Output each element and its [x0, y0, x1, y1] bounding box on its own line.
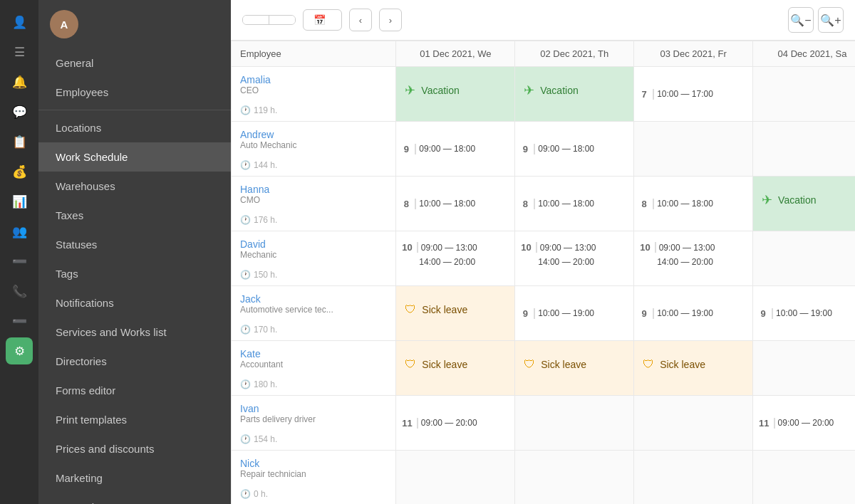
clock-icon: 🕐	[240, 270, 251, 280]
nav-icon-phone[interactable]: 📞	[6, 278, 33, 305]
employee-name[interactable]: Kate	[240, 348, 387, 359]
sidebar-item-warehouses[interactable]: Warehouses	[38, 172, 231, 201]
sidebar-item-employees[interactable]: Employees	[38, 78, 231, 107]
nav-icon-minus2[interactable]: ➖	[6, 308, 33, 335]
nav-icon-minus[interactable]: ➖	[6, 248, 33, 275]
nav-icon-filter[interactable]: ☰	[6, 38, 33, 65]
sick-icon: 🛡	[524, 358, 535, 371]
shift-time: 10:00 — 18:00	[657, 197, 713, 210]
sidebar-item-notifications[interactable]: Notifications	[38, 288, 231, 317]
day-cell[interactable]: ✈Vacation	[515, 67, 634, 122]
month-button[interactable]	[269, 16, 295, 24]
day-cell[interactable]: 910:00 — 19:00	[515, 286, 634, 341]
day-cell[interactable]	[515, 451, 634, 505]
sidebar-item-work-schedule[interactable]: Work Schedule	[38, 142, 231, 172]
day-cell[interactable]: 🛡Sick leave	[396, 341, 515, 396]
day-cell[interactable]: 909:00 — 18:00	[515, 122, 634, 177]
sick-label: Sick leave	[541, 359, 586, 370]
sidebar-item-prices-and-discounts[interactable]: Prices and discounts	[38, 434, 231, 463]
sidebar-item-label: Taxes	[56, 209, 83, 221]
day-cell[interactable]: 810:00 — 18:00	[634, 177, 753, 231]
sidebar-item-marketing[interactable]: Marketing	[38, 463, 231, 493]
nav-icon-analytics[interactable]: 📊	[6, 188, 33, 215]
employee-role: Accountant	[240, 359, 387, 369]
sidebar-item-taxes[interactable]: Taxes	[38, 201, 231, 230]
employee-cell: Andrew Auto Mechanic 🕐 144 h.	[232, 122, 396, 177]
sidebar-item-services-and-works-list[interactable]: Services and Works list	[38, 317, 231, 347]
employee-name[interactable]: Ivan	[240, 403, 387, 414]
prev-button[interactable]: ‹	[349, 9, 372, 31]
day-cell[interactable]: 10 09:00 — 13:00 14:00 — 20:00	[634, 231, 753, 286]
day-cell[interactable]: 810:00 — 18:00	[396, 177, 515, 231]
sidebar-item-label: Statuses	[56, 238, 97, 251]
employee-header: Employee	[232, 41, 396, 67]
date-picker[interactable]: 📅	[303, 9, 342, 31]
clock-icon: 🕐	[240, 105, 251, 115]
next-button[interactable]: ›	[379, 9, 402, 31]
employee-name[interactable]: Nick	[240, 458, 387, 469]
shift-num: 9	[521, 144, 535, 154]
nav-icon-avatar[interactable]: 👤	[6, 9, 33, 36]
nav-icon-money[interactable]: 💰	[6, 158, 33, 185]
sidebar-item-general[interactable]: General	[38, 48, 231, 78]
zoom-out-button[interactable]: 🔍−	[788, 7, 814, 33]
sidebar-item-print-templates[interactable]: Print templates	[38, 405, 231, 434]
day-cell[interactable]: 710:00 — 17:00	[634, 67, 753, 122]
sidebar-item-locations[interactable]: Locations	[38, 113, 231, 142]
day-cell[interactable]	[515, 396, 634, 451]
zoom-in-button[interactable]: 🔍+	[818, 7, 844, 33]
sidebar-item-directories[interactable]: Directories	[38, 347, 231, 376]
sidebar-icon-column: 👤 ☰ 🔔 💬 📋 💰 📊 👥 ➖ 📞 ➖ ⚙	[0, 0, 38, 504]
day-cell[interactable]: 909:00 — 18:00	[396, 122, 515, 177]
employee-name[interactable]: Jack	[240, 293, 387, 305]
day-cell[interactable]: 🛡Sick leave	[634, 341, 753, 396]
day-cell[interactable]: 10 09:00 — 13:00 14:00 — 20:00	[396, 231, 515, 286]
employee-name[interactable]: Andrew	[240, 129, 387, 140]
employee-name[interactable]: David	[240, 238, 387, 250]
sidebar-item-forms-editor[interactable]: Forms editor	[38, 376, 231, 405]
day-cell[interactable]: 910:00 — 19:00	[753, 286, 855, 341]
employee-hours: 🕐 176 h.	[232, 212, 395, 231]
day-cell[interactable]: ✈Vacation	[753, 177, 855, 231]
day-cell[interactable]	[634, 451, 753, 505]
day-cell[interactable]	[396, 451, 515, 505]
day-cell[interactable]	[753, 341, 855, 396]
nav-icon-chat[interactable]: 💬	[6, 98, 33, 125]
employee-name[interactable]: Amalia	[240, 74, 387, 85]
day-cell[interactable]	[634, 396, 753, 451]
sidebar-item-integrations[interactable]: Integrations	[38, 493, 231, 504]
day-cell[interactable]	[753, 67, 855, 122]
employee-name[interactable]: Hanna	[240, 184, 387, 195]
nav-icon-clients[interactable]: 👥	[6, 218, 33, 245]
day-cell[interactable]	[753, 451, 855, 505]
sidebar-item-label: Warehouses	[56, 180, 115, 192]
avatar[interactable]: A	[50, 10, 78, 38]
day-cell[interactable]	[753, 231, 855, 286]
day-cell[interactable]: 10 09:00 — 13:00 14:00 — 20:00	[515, 231, 634, 286]
shift-num: 8	[640, 199, 654, 209]
day-cell[interactable]: ✈Vacation	[396, 67, 515, 122]
nav-icon-settings[interactable]: ⚙	[6, 337, 33, 364]
sidebar-item-tags[interactable]: Tags	[38, 259, 231, 288]
date-header-2: 02 Dec 2021, Th	[515, 41, 634, 67]
clock-icon: 🕐	[240, 379, 251, 389]
day-cell[interactable]: 910:00 — 19:00	[634, 286, 753, 341]
day-cell[interactable]: 🛡Sick leave	[515, 341, 634, 396]
nav-icon-orders[interactable]: 📋	[6, 128, 33, 155]
table-row: Ivan Parts delivery driver 🕐 154 h. 1109…	[232, 396, 856, 451]
sidebar-item-statuses[interactable]: Statuses	[38, 230, 231, 259]
table-row: Hanna CMO 🕐 176 h. 810:00 — 18:00810:00 …	[232, 177, 856, 231]
week-button[interactable]	[243, 16, 269, 24]
day-cell[interactable]: 1109:00 — 20:00	[396, 396, 515, 451]
sick-label: Sick leave	[422, 304, 467, 315]
day-cell[interactable]: 810:00 — 18:00	[515, 177, 634, 231]
employee-role: Parts delivery driver	[240, 414, 387, 424]
day-cell[interactable]	[753, 122, 855, 177]
sidebar-divider	[38, 110, 231, 110]
day-cell[interactable]: 1109:00 — 20:00	[753, 396, 855, 451]
shift-time: 09:00 — 20:00	[778, 416, 834, 429]
day-cell[interactable]: 🛡Sick leave	[396, 286, 515, 341]
nav-icon-bell[interactable]: 🔔	[6, 68, 33, 95]
shift-time-2: 14:00 — 20:00	[657, 256, 713, 268]
day-cell[interactable]	[634, 122, 753, 177]
